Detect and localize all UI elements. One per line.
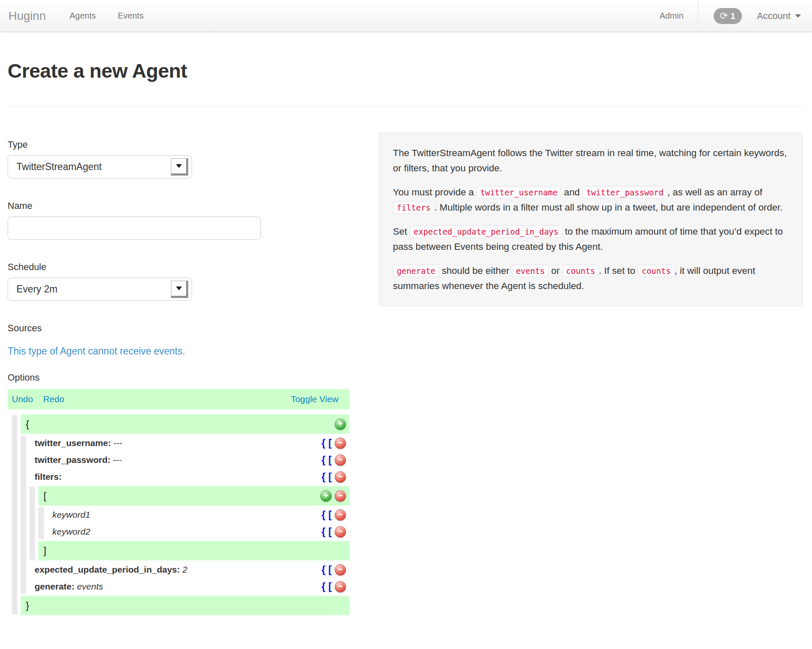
json-brace: [	[43, 490, 46, 502]
code-token: events	[512, 265, 549, 277]
job-queue-badge[interactable]: ⟳ 1	[714, 8, 742, 24]
page-title: Create a new Agent	[8, 59, 804, 82]
json-key[interactable]: twitter_username:	[35, 438, 111, 448]
brand-huginn[interactable]: Huginn	[0, 9, 59, 23]
row-actions	[320, 490, 346, 502]
description-paragraph: Set expected_update_period_in_days to th…	[393, 224, 789, 254]
row-actions: {[	[322, 509, 346, 521]
json-value[interactable]: ---	[113, 455, 122, 465]
insert-object-icon[interactable]: {	[322, 472, 325, 482]
row-actions: {[	[322, 454, 346, 466]
primary-nav: Agents Events	[59, 11, 154, 21]
json-value[interactable]: keyword2	[52, 527, 90, 537]
remove-icon[interactable]	[335, 471, 346, 483]
title-divider	[8, 106, 804, 106]
json-value[interactable]: events	[77, 581, 103, 592]
row-actions: {[	[322, 526, 346, 538]
json-key[interactable]: generate:	[35, 581, 75, 592]
sources-note-link[interactable]: This type of Agent cannot receive events…	[8, 346, 185, 357]
nav-item-agents[interactable]: Agents	[59, 11, 107, 21]
caret-down-icon	[795, 14, 801, 18]
json-value[interactable]: 2	[182, 565, 187, 575]
schedule-select[interactable]: Every 2m	[8, 278, 192, 301]
add-icon[interactable]	[335, 419, 346, 430]
insert-object-icon[interactable]: {	[322, 455, 325, 465]
remove-icon[interactable]	[335, 509, 346, 521]
job-queue-count: 1	[731, 11, 736, 21]
account-menu[interactable]: Account	[757, 11, 801, 22]
remove-icon[interactable]	[335, 581, 346, 592]
insert-array-icon[interactable]: [	[328, 455, 332, 465]
json-editor-row[interactable]: }	[21, 596, 349, 615]
insert-object-icon[interactable]: {	[322, 438, 325, 448]
json-editor-block: {twitter_username: ---{[twitter_password…	[12, 414, 349, 615]
sources-label: Sources	[8, 323, 358, 334]
dropdown-arrow-icon[interactable]	[171, 158, 188, 176]
insert-object-icon[interactable]: {	[322, 581, 325, 592]
insert-array-icon[interactable]: [	[328, 565, 332, 575]
json-key[interactable]: twitter_password:	[35, 455, 111, 465]
insert-array-icon[interactable]: [	[328, 510, 332, 520]
row-actions	[335, 419, 346, 430]
main-content: Create a new Agent Type TwitterStreamAge…	[0, 32, 812, 634]
type-select[interactable]: TwitterStreamAgent	[8, 155, 192, 178]
code-token: twitter_password	[582, 186, 667, 199]
agent-description-panel: The TwitterStreamAgent follows the Twitt…	[379, 133, 803, 306]
json-brace: {	[26, 418, 29, 430]
insert-array-icon[interactable]: [	[328, 581, 332, 592]
undo-button[interactable]: Undo	[12, 394, 33, 404]
insert-object-icon[interactable]: {	[322, 527, 325, 537]
json-key[interactable]: expected_update_period_in_days:	[35, 565, 180, 575]
row-actions: {[	[322, 471, 346, 483]
json-editor-block: [keyword1{[keyword2{[]	[30, 486, 349, 560]
remove-icon[interactable]	[335, 564, 346, 576]
json-editor-row[interactable]: [	[38, 486, 349, 506]
json-editor-row[interactable]: twitter_username: ---{[	[30, 435, 349, 452]
description-column: The TwitterStreamAgent follows the Twitt…	[379, 133, 803, 306]
row-actions: {[	[322, 438, 346, 449]
schedule-select-value: Every 2m	[16, 284, 57, 295]
code-token: counts	[562, 265, 599, 277]
json-editor-row[interactable]: {	[21, 414, 349, 434]
code-token: expected_update_period_in_days	[410, 225, 562, 238]
row-actions: {[	[322, 581, 346, 592]
insert-array-icon[interactable]: [	[328, 472, 332, 482]
schedule-label: Schedule	[8, 262, 358, 273]
json-editor-block: keyword1{[keyword2{[	[38, 506, 349, 540]
json-editor-row[interactable]: expected_update_period_in_days: 2{[	[30, 561, 349, 578]
nav-item-admin[interactable]: Admin	[645, 11, 698, 21]
account-menu-label: Account	[757, 11, 791, 22]
json-editor-row[interactable]: twitter_password: ---{[	[30, 452, 349, 468]
json-editor-row[interactable]: keyword1{[	[47, 506, 349, 523]
json-editor-row[interactable]: ]	[38, 541, 349, 560]
navbar-right: Admin ⟳ 1 Account	[645, 0, 801, 32]
code-token: counts	[638, 265, 674, 277]
json-editor-row[interactable]: filters: {[	[30, 468, 349, 485]
name-input[interactable]	[8, 216, 261, 240]
remove-icon[interactable]	[335, 454, 346, 466]
insert-object-icon[interactable]: {	[322, 510, 325, 520]
json-options-editor: Undo Redo Toggle View {twitter_username:…	[8, 389, 349, 617]
json-editor-row[interactable]: keyword2{[	[47, 523, 349, 540]
json-value[interactable]: keyword1	[52, 510, 90, 520]
type-select-value: TwitterStreamAgent	[16, 161, 102, 173]
json-editor-row[interactable]: generate: events{[	[30, 578, 349, 595]
json-key[interactable]: filters:	[35, 472, 62, 482]
insert-array-icon[interactable]: [	[328, 438, 332, 448]
navbar: Huginn Agents Events Admin ⟳ 1 Account	[0, 0, 812, 32]
remove-icon[interactable]	[335, 490, 346, 502]
json-value[interactable]: ---	[114, 438, 122, 448]
add-icon[interactable]	[320, 490, 332, 502]
json-editor-toolbar: Undo Redo Toggle View	[8, 389, 349, 409]
dropdown-arrow-icon[interactable]	[171, 281, 188, 298]
insert-array-icon[interactable]: [	[328, 527, 332, 537]
code-token: twitter_username	[476, 186, 561, 199]
remove-icon[interactable]	[335, 526, 346, 538]
nav-item-events[interactable]: Events	[107, 11, 154, 21]
description-paragraph: The TwitterStreamAgent follows the Twitt…	[393, 146, 789, 176]
redo-button[interactable]: Redo	[43, 394, 64, 404]
insert-object-icon[interactable]: {	[322, 565, 325, 575]
toggle-view-button[interactable]: Toggle View	[291, 394, 338, 404]
json-editor-body: {twitter_username: ---{[twitter_password…	[8, 409, 349, 617]
remove-icon[interactable]	[335, 438, 346, 449]
